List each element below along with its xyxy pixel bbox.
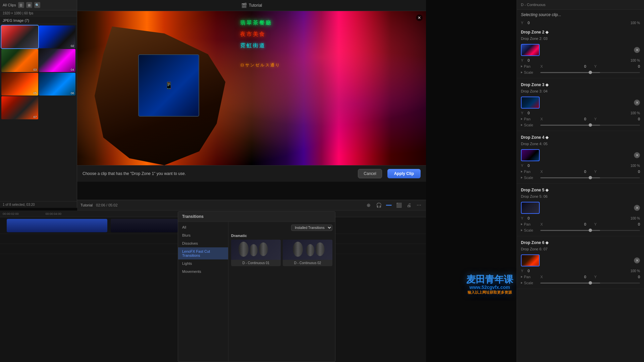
dz6-scale-slider[interactable] <box>540 283 640 284</box>
all-clips-label[interactable]: All Clips <box>3 3 16 7</box>
pan3-triangle-icon[interactable] <box>521 118 523 120</box>
drop-zone-3-section: Drop Zone 3 ◆ Drop Zone 3: 04 ✕ Y 0 100 … <box>517 78 644 131</box>
prompt-bar: Choose a clip that has the "Drop Zone 1"… <box>77 165 426 182</box>
clip-icon[interactable]: ━━ <box>385 201 392 209</box>
dz3-scale-slider[interactable] <box>540 125 640 126</box>
drop-zone-4-section: Drop Zone 4 ◆ Drop Zone 4: 05 ✕ Y 0 100 … <box>517 131 644 184</box>
transition-item-1[interactable]: D - Continuous 01 <box>231 240 281 266</box>
dz2-scale-slider[interactable] <box>540 72 640 73</box>
dz4-remove-button[interactable]: ✕ <box>634 152 640 158</box>
dz5-scale-slider[interactable] <box>540 230 640 231</box>
dz4-row: ✕ <box>517 148 644 163</box>
video-icon[interactable]: ⬛ <box>395 201 402 209</box>
dz4-pan-row: Pan X 0 Y 0 <box>517 169 644 175</box>
film-icon: 🎬 <box>241 3 247 8</box>
transitions-sidebar: All Blurs Dissolves LenoFX Fast Cut Tran… <box>178 222 228 361</box>
dz4-scale-row: Scale <box>517 175 644 181</box>
track-clip-2[interactable] <box>111 219 178 232</box>
dz3-xy-row: Y 0 100 % <box>517 110 644 116</box>
dz4-thumb[interactable] <box>521 149 540 161</box>
dz3-thumb[interactable] <box>521 97 540 109</box>
list-view-icon[interactable]: ☰ <box>18 2 24 8</box>
preview-header: 🎬 Tutorial <box>77 0 426 11</box>
dz6-pan-row: Pan X 0 Y 0 <box>517 274 644 280</box>
dz4-scale-slider[interactable] <box>540 177 640 178</box>
pan5-triangle-icon[interactable] <box>521 223 523 225</box>
pan4-triangle-icon[interactable] <box>521 171 523 173</box>
clip-item-2[interactable]: 02 <box>39 25 76 48</box>
dz2-header: Drop Zone 2 ◆ <box>517 28 644 36</box>
track-clip-1[interactable] <box>7 219 107 232</box>
audio-icon[interactable]: 🎧 <box>375 201 382 209</box>
timeline-header: Tutorial 02:06 / 05:02 ⊕ 🎧 ━━ ⬛ 🖨 ⋯ <box>77 200 426 210</box>
scale6-triangle-icon[interactable] <box>521 282 523 284</box>
sidebar-item-movements[interactable]: Movements <box>178 267 228 276</box>
dz6-row: ✕ <box>517 253 644 268</box>
dz5-xy-row: Y 0 100 % <box>517 215 644 221</box>
pan-triangle-icon[interactable] <box>521 65 523 67</box>
dz2-xy-row: Y 0 100 % <box>517 57 644 63</box>
dz2-remove-button[interactable]: ✕ <box>634 47 640 53</box>
transition-item-2[interactable]: D - Continuous 02 <box>283 240 332 266</box>
dz5-thumb[interactable] <box>521 202 540 214</box>
sidebar-item-dissolves[interactable]: Dissolves <box>178 239 228 247</box>
transitions-grid: D - Continuous 01 D - Continuous 02 <box>231 240 332 266</box>
sidebar-item-lenofx[interactable]: LenoFX Fast Cut Transitions <box>178 247 228 259</box>
transitions-body: All Blurs Dissolves LenoFX Fast Cut Tran… <box>178 222 335 361</box>
y-row-top: Y 0 100 % <box>517 20 644 26</box>
dz3-subtitle: Drop Zone 3: 04 <box>517 88 644 95</box>
dz3-scale-row: Scale <box>517 122 644 128</box>
dz5-remove-button[interactable]: ✕ <box>634 205 640 211</box>
pan6-triangle-icon[interactable] <box>521 276 523 278</box>
hands-area: 📱 <box>95 26 269 165</box>
drop-zone-5-section: Drop Zone 5 ◆ Drop Zone 5: 06 ✕ Y 0 100 … <box>517 184 644 236</box>
export-icon[interactable]: 🖨 <box>405 201 413 209</box>
filter-select[interactable]: Installed Transitions <box>291 225 332 231</box>
apply-clip-button[interactable]: Apply Clip <box>387 169 421 178</box>
preview-image: 翡翠茶餐廳 夜市美食 霓虹街道 ロサンゼルス通り 📱 ✕ <box>77 11 426 165</box>
dz6-subtitle: Drop Zone 6: 07 <box>517 246 644 253</box>
dz3-remove-button[interactable]: ✕ <box>634 100 640 106</box>
sidebar-item-lights[interactable]: Lights <box>178 259 228 267</box>
sidebar-item-blurs[interactable]: Blurs <box>178 231 228 239</box>
sidebar-item-all[interactable]: All <box>178 223 228 231</box>
clip-item-1[interactable] <box>1 25 38 48</box>
clip-item-4[interactable]: 04 <box>39 49 76 72</box>
dz2-thumb[interactable] <box>521 44 540 56</box>
clip-item-5[interactable]: 05 <box>1 73 38 96</box>
dz6-remove-button[interactable]: ✕ <box>634 257 640 263</box>
dz3-row: ✕ <box>517 95 644 110</box>
grid-view-icon[interactable]: ⊞ <box>26 2 32 8</box>
scale5-triangle-icon[interactable] <box>521 229 523 231</box>
scale-triangle-icon[interactable] <box>521 71 523 73</box>
clip-item-3[interactable]: 03 <box>1 49 38 72</box>
timeline-timecode: 02:06 / 05:02 <box>96 203 117 207</box>
filter-bar: Installed Transitions <box>231 225 332 231</box>
add-icon[interactable]: ⊕ <box>365 201 372 209</box>
section-title: Dramatic <box>231 234 332 238</box>
scale4-triangle-icon[interactable] <box>521 177 523 179</box>
media-browser-panel: All Clips ☰ ⊞ 🔍 644 × 362 | 60 fps JPE… <box>0 0 77 208</box>
dz6-xy-row: Y 0 100 % <box>517 268 644 274</box>
settings-icon[interactable]: ⋯ <box>415 201 423 209</box>
transitions-panel: Transitions All Blurs Dissolves LenoFX F… <box>178 211 335 362</box>
dz6-thumb[interactable] <box>521 254 540 266</box>
dz2-title: Drop Zone 2 ◆ <box>521 30 548 35</box>
media-toolbar: All Clips ☰ ⊞ 🔍 <box>0 0 77 10</box>
search-icon[interactable]: 🔍 <box>34 2 40 8</box>
clip-item-6[interactable]: 06 <box>39 73 76 96</box>
dz4-xy-row: Y 0 100 % <box>517 163 644 169</box>
cancel-button[interactable]: Cancel <box>358 169 382 178</box>
dz4-title: Drop Zone 4 ◆ <box>521 135 548 140</box>
drop-zone-2-section: Drop Zone 2 ◆ Drop Zone 2: 03 ✕ Y 0 100 … <box>517 26 644 78</box>
scale3-triangle-icon[interactable] <box>521 124 523 126</box>
transitions-content: Installed Transitions Dramatic D - Conti… <box>228 222 335 361</box>
rp-header: D - Continuous <box>517 0 644 10</box>
close-preview-button[interactable]: ✕ <box>416 14 423 21</box>
transitions-header: Transitions <box>178 212 335 222</box>
dz2-row: ✕ <box>517 43 644 57</box>
dz2-scale-row: Scale <box>517 69 644 75</box>
clip-item-7[interactable]: 07 <box>1 96 38 119</box>
dz3-pan-row: Pan X 0 Y 0 <box>517 116 644 122</box>
watermark: 麦田青年课 www.52cgvfx.com 输入以上网址获取更多资源 <box>466 273 513 295</box>
